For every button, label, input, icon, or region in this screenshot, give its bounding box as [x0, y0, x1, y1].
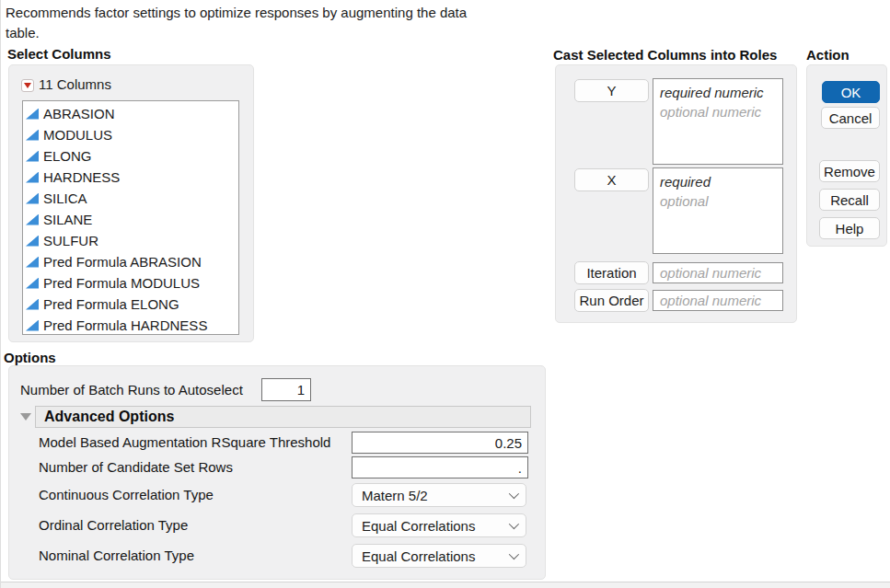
column-label: ELONG	[43, 148, 92, 164]
list-item[interactable]: MODULUS	[23, 124, 238, 145]
column-label: SILANE	[43, 212, 92, 227]
list-item[interactable]: SULFUR	[23, 230, 238, 251]
chevron-down-icon	[509, 549, 519, 559]
action-panel: OK Cancel Remove Recall Help	[806, 64, 887, 247]
y-role-dropzone[interactable]: required numeric optional numeric	[653, 78, 783, 165]
ordinal-correlation-select[interactable]: Equal Correlations	[352, 513, 526, 537]
batch-runs-label: Number of Batch Runs to Autoselect	[20, 380, 243, 400]
continuous-correlation-select[interactable]: Matern 5/2	[352, 483, 526, 507]
column-label: SULFUR	[43, 233, 98, 248]
column-listbox[interactable]: ABRASION MODULUS ELONG HARDNESS SILICA S…	[22, 100, 239, 335]
nominal-correlation-select[interactable]: Equal Correlations	[352, 544, 526, 568]
column-label: Pred Formula MODULUS	[43, 275, 200, 291]
list-item[interactable]: Pred Formula ELONG	[23, 294, 238, 315]
nominal-correlation-label: Nominal Correlation Type	[39, 546, 194, 566]
batch-runs-input[interactable]	[261, 378, 311, 401]
ordinal-correlation-value: Equal Correlations	[362, 518, 475, 534]
options-panel: Number of Batch Runs to Autoselect Advan…	[8, 365, 546, 580]
continuous-column-icon	[26, 236, 39, 247]
continuous-column-icon	[26, 130, 39, 141]
list-item[interactable]: SILANE	[23, 209, 238, 230]
continuous-column-icon	[26, 320, 39, 331]
continuous-column-icon	[26, 299, 39, 310]
list-item[interactable]: Pred Formula HARDNESS	[23, 315, 238, 335]
run-order-role-button[interactable]: Run Order	[574, 289, 649, 312]
run-order-role-dropzone[interactable]: optional numeric	[653, 290, 783, 311]
roles-panel: Y required numeric optional numeric X re…	[555, 64, 797, 323]
bottom-strip	[1, 582, 890, 588]
continuous-correlation-value: Matern 5/2	[362, 488, 428, 503]
iteration-role-button[interactable]: Iteration	[574, 261, 649, 284]
list-item[interactable]: ABRASION	[23, 103, 238, 124]
continuous-column-icon	[26, 172, 39, 183]
x-required-text: required	[660, 172, 776, 191]
continuous-column-icon	[26, 109, 39, 120]
advanced-options-header[interactable]: Advanced Options	[35, 406, 531, 428]
x-role-dropzone[interactable]: required optional	[653, 167, 783, 254]
candidate-rows-input[interactable]	[352, 456, 528, 478]
select-columns-panel: 11 Columns ABRASION MODULUS ELONG HARDNE…	[8, 64, 254, 342]
run-order-placeholder-text: optional numeric	[660, 293, 761, 308]
continuous-column-icon	[26, 214, 39, 225]
chevron-down-icon	[509, 489, 519, 499]
remove-button[interactable]: Remove	[819, 160, 880, 182]
cancel-button[interactable]: Cancel	[821, 107, 880, 129]
continuous-column-icon	[26, 278, 39, 289]
continuous-column-icon	[26, 193, 39, 204]
list-item[interactable]: SILICA	[23, 188, 238, 209]
rsquare-threshold-label: Model Based Augmentation RSquare Thresho…	[39, 432, 330, 453]
options-heading: Options	[4, 350, 56, 365]
list-item[interactable]: Pred Formula ABRASION	[23, 251, 238, 272]
chevron-down-icon	[509, 519, 519, 529]
ordinal-correlation-label: Ordinal Correlation Type	[39, 515, 188, 536]
x-optional-text: optional	[660, 191, 776, 211]
candidate-rows-label: Number of Candidate Set Rows	[39, 457, 233, 478]
roles-heading: Cast Selected Columns into Roles	[553, 47, 777, 63]
continuous-column-icon	[26, 257, 39, 268]
column-label: Pred Formula HARDNESS	[43, 317, 207, 333]
nominal-correlation-value: Equal Correlations	[362, 548, 475, 564]
columns-count-label: 11 Columns	[39, 76, 111, 92]
list-item[interactable]: Pred Formula MODULUS	[23, 272, 238, 294]
dialog-description: Recommends factor settings to optimize r…	[6, 3, 470, 43]
list-item[interactable]: HARDNESS	[23, 167, 238, 188]
x-role-button[interactable]: X	[574, 168, 649, 191]
column-label: ABRASION	[43, 106, 115, 121]
iteration-role-dropzone[interactable]: optional numeric	[653, 262, 783, 283]
action-heading: Action	[806, 47, 850, 63]
column-label: MODULUS	[43, 127, 112, 143]
advanced-options-disclosure-icon[interactable]	[20, 413, 31, 421]
red-triangle-menu-icon[interactable]	[21, 79, 34, 92]
y-required-text: required numeric	[660, 83, 776, 102]
recall-button[interactable]: Recall	[819, 189, 880, 211]
help-button[interactable]: Help	[819, 217, 880, 239]
rsquare-threshold-input[interactable]	[352, 432, 528, 454]
ok-button[interactable]: OK	[822, 81, 880, 103]
continuous-correlation-label: Continuous Correlation Type	[39, 485, 214, 505]
y-role-button[interactable]: Y	[574, 79, 649, 102]
column-label: Pred Formula ABRASION	[43, 254, 202, 270]
y-optional-text: optional numeric	[660, 102, 776, 121]
column-label: SILICA	[43, 190, 87, 206]
column-label: Pred Formula ELONG	[43, 296, 179, 312]
list-item[interactable]: ELONG	[23, 145, 238, 167]
select-columns-heading: Select Columns	[7, 46, 111, 62]
column-label: HARDNESS	[43, 169, 120, 185]
continuous-column-icon	[26, 151, 39, 162]
iteration-placeholder-text: optional numeric	[660, 265, 761, 281]
red-triangle-glyph	[24, 83, 31, 88]
